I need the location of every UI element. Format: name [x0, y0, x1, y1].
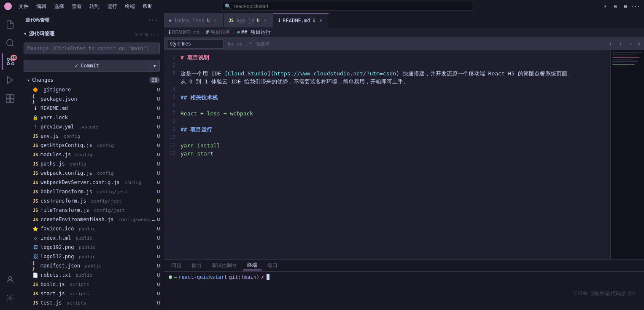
menu-select[interactable]: 选择	[51, 2, 67, 11]
tab-close-button[interactable]: ×	[212, 18, 218, 24]
file-name: yarn.lock	[40, 115, 155, 120]
file-item-testjs[interactable]: JS test.js scripts U	[20, 298, 163, 307]
terminal-tab-problems[interactable]: 问题	[167, 261, 186, 270]
activity-search[interactable]	[2, 35, 19, 51]
file-item-gitignore[interactable]: 🔶 .gitignore U	[20, 85, 163, 94]
file-item-faviconico[interactable]: ⭐ favicon.ico public U	[20, 224, 163, 233]
terminal-tab-debug[interactable]: 调试控制台	[207, 261, 241, 270]
terminal-circle-icon	[169, 275, 172, 279]
terminal-cursor	[267, 274, 269, 280]
scm-sync-icon[interactable]: ↻	[145, 31, 148, 37]
code-line-1: 1 # 项目说明	[164, 53, 610, 61]
commit-button[interactable]: ✓ Commit	[24, 60, 150, 72]
find-result: 无结果	[256, 41, 269, 47]
breadcrumb-item-h2[interactable]: ⊞## 项目运行	[237, 29, 271, 36]
scm-section-header[interactable]: ▾ 源代码管理 ≡ ✓ ↻ ···	[20, 27, 163, 40]
find-prev-button[interactable]: ↑	[606, 39, 615, 48]
commit-message-input[interactable]	[24, 43, 160, 54]
breadcrumb-item-readme[interactable]: ℹREADME.md	[169, 29, 199, 35]
menu-edit[interactable]: 编辑	[33, 2, 50, 11]
find-select-all-button[interactable]: ≡	[626, 39, 636, 48]
file-item-modulesjs[interactable]: JS modules.js config U	[20, 150, 163, 159]
file-item-envjs[interactable]: JS env.js config U	[20, 131, 163, 141]
find-whole-word[interactable]: ab	[235, 40, 244, 48]
tab-close-button[interactable]: ×	[318, 18, 323, 24]
file-item-packagejson[interactable]: { } package.json U	[20, 94, 163, 104]
find-input[interactable]	[170, 41, 221, 47]
code-line-7: 7 React + less + webpack	[164, 110, 610, 118]
scm-check-icon[interactable]: ✓	[140, 31, 143, 37]
file-item-startjs[interactable]: JS start.js scripts U	[20, 289, 163, 298]
file-item-pathsjs[interactable]: JS paths.js config U	[20, 159, 163, 168]
menu-goto[interactable]: 转到	[86, 2, 103, 11]
file-item-gethttps[interactable]: JS getHttpsConfig.js config U	[20, 141, 163, 150]
find-bar: Aa ab .* 无结果 ↑ ↓ ≡ ×	[164, 37, 644, 50]
activity-scm[interactable]: 38	[2, 53, 19, 70]
file-item-buildjs[interactable]: JS build.js scripts U	[20, 280, 163, 289]
file-name: .gitignore	[40, 87, 155, 93]
file-item-previewyml[interactable]: ! preview.yml .vscode U	[20, 122, 163, 131]
file-item-csstransform[interactable]: JS cssTransform.js config/jest U	[20, 196, 163, 206]
file-item-manifestjson[interactable]: { } manifest.json public U	[20, 261, 163, 270]
js-icon: JS	[32, 142, 39, 149]
file-status: U	[157, 87, 160, 93]
tab-readme-md[interactable]: ℹ README.md U ×	[273, 13, 329, 27]
more-icon[interactable]: ···	[631, 2, 640, 11]
file-status: U	[157, 143, 160, 148]
file-item-createenvironmenthash[interactable]: JS createEnvironmentHash.js config/webp.…	[20, 215, 163, 224]
file-status: U	[157, 134, 160, 139]
terminal-tab-ports[interactable]: 端口	[263, 261, 282, 270]
scm-refresh-icon[interactable]: ≡	[135, 31, 138, 37]
activity-explorer[interactable]	[2, 16, 19, 33]
js-icon: JS	[32, 207, 39, 214]
file-item-indexhtml[interactable]: ◇ index.html public U	[20, 233, 163, 243]
menu-help[interactable]: 帮助	[139, 2, 156, 11]
titlebar-actions: ⚡ ⊟ ⊞ ···	[601, 2, 640, 11]
file-item-webpackconfig[interactable]: JS webpack.config.js config U	[20, 168, 163, 178]
terminal-tab-terminal[interactable]: 终端	[243, 261, 261, 270]
file-item-yarnlock[interactable]: 🔒 yarn.lock U	[20, 113, 163, 122]
tab-app-js[interactable]: JS App.js U ×	[224, 13, 273, 27]
tab-index-less[interactable]: ◈ index.less U ×	[164, 13, 224, 27]
activity-account[interactable]	[2, 271, 19, 288]
file-item-filetransform[interactable]: JS fileTransform.js config/jest U	[20, 206, 163, 215]
commit-dropdown-button[interactable]: ▾	[150, 60, 160, 72]
remote-icon[interactable]: ⚡	[601, 2, 609, 11]
find-next-button[interactable]: ↓	[616, 39, 625, 48]
find-regex[interactable]: .*	[245, 40, 253, 48]
changes-header[interactable]: ▾ Changes 38	[20, 75, 163, 85]
file-item-logo192[interactable]: 🖼 logo192.png public U	[20, 243, 163, 252]
activity-settings[interactable]	[2, 290, 19, 307]
file-item-webpackdevserver[interactable]: JS webpackDevServer.config.js config U	[20, 178, 163, 187]
scm-panel[interactable]: ▾ 源代码管理 ≡ ✓ ↻ ··· ✓ Commit	[20, 27, 163, 310]
global-search[interactable]: 🔍	[221, 2, 474, 11]
search-input[interactable]	[234, 3, 470, 9]
file-item-logo512[interactable]: 🖼 logo512.png public U	[20, 252, 163, 261]
js-icon: JS	[32, 198, 39, 204]
menu-terminal[interactable]: 终端	[121, 2, 138, 11]
tab-close-button[interactable]: ×	[262, 18, 268, 24]
file-item-readme[interactable]: ℹ README.md U	[20, 104, 163, 113]
find-close-button[interactable]: ×	[637, 40, 641, 47]
terminal-content[interactable]: → react-quickstart git:(main) ✗	[164, 272, 644, 310]
layout-icon[interactable]: ⊟	[611, 2, 620, 11]
scm-more-icon[interactable]: ···	[150, 31, 160, 37]
line-content: yarn install	[181, 142, 610, 150]
js-icon: JS	[32, 170, 39, 176]
activity-bar: 38	[0, 13, 20, 310]
panel-icon[interactable]: ⊞	[621, 2, 630, 11]
file-item-robotstxt[interactable]: 📄 robots.txt public U	[20, 270, 163, 280]
activity-run[interactable]	[2, 72, 19, 88]
activity-extensions[interactable]	[2, 90, 19, 107]
menu-run[interactable]: 运行	[104, 2, 121, 11]
editor-content[interactable]: 1 # 项目说明 2 3 这是一个用 IDE [Cloud Studio](ht…	[164, 50, 610, 259]
file-name: build.js scripts	[40, 281, 155, 287]
breadcrumb-item-h1[interactable]: #项目说明	[206, 29, 230, 36]
menu-view[interactable]: 查看	[68, 2, 85, 11]
menu-file[interactable]: 文件	[15, 2, 32, 11]
file-item-appcss[interactable]: # App.css src U	[20, 307, 163, 310]
sidebar-action-more[interactable]: ···	[148, 17, 158, 24]
find-case-sensitive[interactable]: Aa	[226, 40, 234, 48]
terminal-tab-output[interactable]: 输出	[187, 261, 206, 270]
file-item-babeltransform[interactable]: JS babelTransform.js config/jest U	[20, 187, 163, 196]
